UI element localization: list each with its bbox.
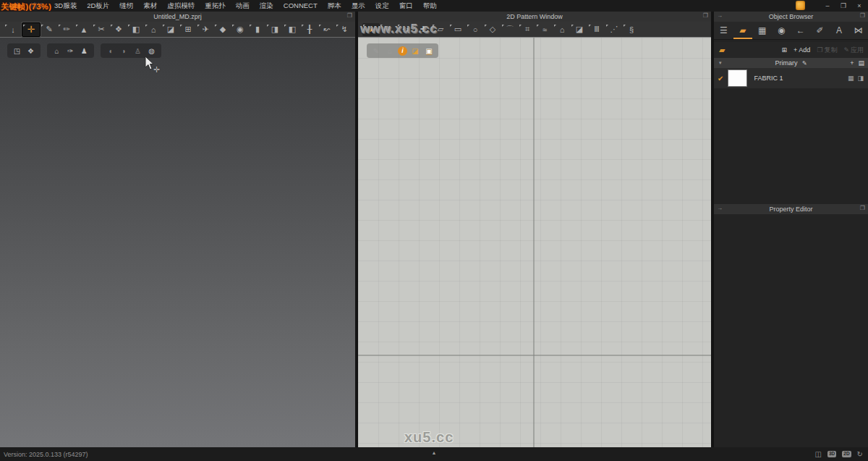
tab-button-icon[interactable]: ◉ (772, 22, 791, 39)
fabric-2d-icon[interactable]: ◪ (571, 23, 588, 36)
tab-topstitch-icon[interactable]: ✐ (810, 22, 830, 39)
seam-allowance-icon[interactable]: ≈ (536, 23, 553, 36)
pattern-2d-canvas[interactable]: ✎⌂i◪▣ xu5.cc (358, 38, 711, 447)
close-button[interactable]: × (854, 2, 864, 9)
pleats-tool-icon[interactable]: Ⅲ (588, 23, 605, 36)
menu-sewing[interactable]: 缝纫 (114, 1, 138, 11)
float-window-icon[interactable]: ❐ (860, 205, 865, 211)
viewport-3d-canvas[interactable]: ◳❖ ⌂✑♟ ◖◗♙◍ ✛ (0, 38, 355, 447)
fold-arrangement-icon[interactable]: ◪ (162, 23, 179, 36)
pin-display-icon[interactable]: ✑ (64, 47, 77, 55)
avatar-display-icon[interactable]: ♙ (131, 47, 145, 55)
circle-tool-icon[interactable]: ○ (467, 23, 484, 36)
rectangle-tool-icon[interactable]: ▭ (449, 23, 467, 36)
shirt-overlay-icon[interactable]: ⌂ (384, 47, 396, 55)
menu-help[interactable]: 帮助 (418, 1, 442, 11)
copy-fabric-button[interactable]: ❐ 复制 (817, 46, 837, 55)
mesh-display-icon[interactable]: ◗ (117, 47, 131, 55)
menu-render[interactable]: 渲染 (255, 1, 278, 11)
tab-scene-icon[interactable]: ☰ (714, 22, 733, 39)
float-window-icon[interactable]: ❐ (347, 12, 352, 19)
zipper-tool-icon[interactable]: ▮ (249, 23, 266, 36)
dart-tool-icon[interactable]: ◇ (484, 23, 501, 36)
tab-trim-icon[interactable]: ⋈ (848, 22, 868, 39)
property-editor-titlebar[interactable]: → Property Editor ❐ (714, 204, 868, 214)
fabric-save-icon[interactable]: ◨ (857, 75, 864, 82)
garment-overlay-icon[interactable]: ▣ (423, 47, 435, 55)
restore-button[interactable]: ❐ (838, 2, 848, 9)
wireframe-globe-icon[interactable]: ◍ (145, 47, 158, 55)
fabric-texture-icon[interactable]: ▦ (848, 75, 854, 82)
tab-pattern-icon[interactable]: ▦ (752, 22, 772, 39)
pattern-2d-titlebar[interactable]: 2D Pattern Window ❐ (358, 12, 711, 22)
sewing-tool-icon[interactable]: ✂ (93, 23, 110, 36)
float-window-icon[interactable]: ❐ (860, 12, 865, 19)
expand-timeline-icon[interactable]: ▲ (432, 450, 437, 455)
fabric-list-item[interactable]: ✔ FABRIC 1 ▦ ◨ (714, 68, 868, 88)
info-overlay-icon[interactable]: i (398, 46, 407, 56)
menu-display[interactable]: 显示 (346, 1, 370, 11)
steam-press-icon[interactable]: ◧ (127, 23, 145, 36)
pin-tool-icon[interactable]: ▲ (75, 23, 93, 36)
viewport-3d-titlebar[interactable]: Untitled_MD.zprj ❐ (0, 12, 355, 22)
menu-window[interactable]: 窗口 (394, 1, 418, 11)
object-browser-titlebar[interactable]: → Object Browser ❐ (714, 12, 868, 22)
walk-avatar-icon[interactable]: ↯ (336, 23, 353, 36)
menu-script[interactable]: 脚本 (323, 1, 346, 11)
show-avatar-icon[interactable]: ♟ (77, 47, 91, 55)
menu-3d-garment[interactable]: 3D服装 (49, 1, 82, 11)
internal-line-icon[interactable]: ⌒ (501, 23, 519, 36)
stitch-line-icon[interactable]: ⋰ (605, 23, 623, 36)
shirt-2d-icon[interactable]: ⌂ (553, 23, 571, 36)
zipper-2d-icon[interactable]: § (623, 23, 640, 36)
pattern-pieces-icon[interactable]: ❖ (110, 23, 127, 36)
fold-left-icon[interactable]: ◨ (266, 23, 284, 36)
garment-icon[interactable]: ⌂ (145, 23, 162, 36)
pin-panel-icon[interactable]: → (717, 205, 723, 211)
simulate-icon[interactable]: ↓ (4, 23, 22, 36)
minimize-button[interactable]: – (822, 2, 833, 9)
edit-section-icon[interactable]: ✎ (802, 60, 807, 67)
brush-tool-icon[interactable]: ✏ (58, 23, 75, 36)
view-garment-icon[interactable]: ❖ (24, 47, 38, 55)
tab-puckering-icon[interactable]: A (830, 22, 849, 39)
add-fabric-button[interactable]: + Add (793, 46, 810, 54)
badge-2d-icon[interactable]: 2D (842, 451, 851, 457)
tab-zipper-icon[interactable]: ← (791, 22, 811, 39)
wind-icon[interactable]: ✈ (197, 23, 214, 36)
badge-3d-icon[interactable]: 3D (827, 451, 836, 457)
menu-2d-pattern[interactable]: 2D板片 (82, 1, 114, 11)
drape-icon[interactable]: ◆ (214, 23, 231, 36)
view-cube-icon[interactable]: ◳ (10, 47, 24, 55)
primary-section-header[interactable]: ▾ Primary ✎ + ▤ (714, 58, 868, 68)
menu-settings[interactable]: 设定 (370, 1, 394, 11)
trace-tool-icon[interactable]: ⌗ (519, 23, 536, 36)
grid-window-icon[interactable]: ⊞ (179, 23, 197, 36)
pin-panel-icon[interactable]: → (717, 12, 723, 19)
add-item-icon[interactable]: + (850, 59, 854, 67)
sync-icon[interactable]: ↻ (857, 450, 863, 458)
pen-overlay-icon[interactable]: ✎ (370, 47, 382, 55)
fabric-check-icon[interactable]: ✔ (718, 75, 723, 83)
measure-tool-icon[interactable]: ╂ (301, 23, 318, 36)
menu-connect[interactable]: CONNECT (278, 1, 323, 11)
show-garment-icon[interactable]: ⌂ (50, 47, 64, 55)
add-from-file-icon[interactable]: ⊞ (782, 46, 788, 54)
float-window-icon[interactable]: ❐ (703, 12, 708, 19)
menu-avatar[interactable]: 虚拟模特 (162, 1, 200, 11)
fabric-overlay-icon[interactable]: ◪ (409, 47, 421, 55)
fold-right-icon[interactable]: ◧ (284, 23, 301, 36)
apply-fabric-button[interactable]: ✎ 应用 (843, 46, 864, 55)
tab-fabric-icon[interactable]: ▰ (733, 22, 753, 39)
menu-animation[interactable]: 动画 (231, 1, 255, 11)
menu-material[interactable]: 素材 (138, 1, 162, 11)
select-tool-icon[interactable]: ✎ (41, 23, 58, 36)
fabric-swatch[interactable] (728, 69, 747, 87)
tack-curve-icon[interactable]: ↜ (318, 23, 336, 36)
button-tool-icon[interactable]: ◉ (231, 23, 249, 36)
new-folder-icon[interactable]: ▤ (858, 59, 864, 67)
move-tool-icon[interactable]: ✛ (22, 22, 41, 37)
menu-retopology[interactable]: 重拓扑 (200, 1, 231, 11)
panel-layout-icon[interactable]: ◫ (815, 450, 822, 458)
surface-display-icon[interactable]: ◖ (103, 47, 117, 55)
